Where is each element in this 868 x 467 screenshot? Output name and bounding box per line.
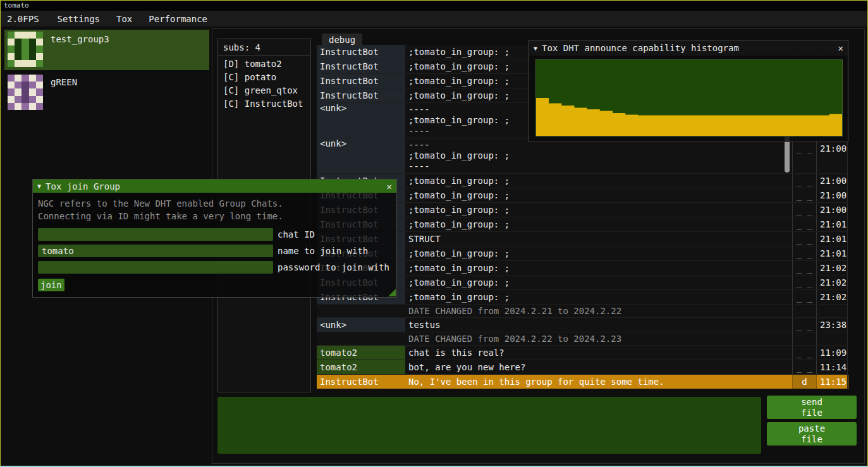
message-time: 21:00 [817, 203, 848, 217]
message-time: 21:02 [817, 261, 848, 275]
send-file-button[interactable]: send file [767, 396, 857, 419]
close-icon[interactable]: ✕ [838, 43, 843, 53]
message-author: InstructBot [317, 45, 405, 59]
histogram-svg [536, 60, 842, 136]
menu-item-performance[interactable]: Performance [140, 14, 216, 24]
group-name: test_group3 [51, 34, 109, 44]
message-time: 23:38 [817, 318, 848, 332]
chat-message-row[interactable]: tomato2bot, are you new here?_ _11:14 [317, 360, 848, 375]
message-author [317, 305, 405, 317]
group-name: gREEN [51, 77, 77, 87]
menu-item-tox[interactable]: Tox [108, 14, 140, 24]
fps-counter: 2.0FPS [1, 14, 49, 24]
join-group-window: ▼ Tox join Group ✕ NGC refers to the New… [32, 179, 397, 298]
message-time: 21:02 [817, 290, 848, 304]
message-flags: _ _ [793, 346, 817, 360]
group-item-test-group3[interactable]: test_group3 [4, 30, 209, 70]
name-to-join-with-input[interactable]: tomato [38, 245, 273, 257]
group-avatar-icon [8, 75, 43, 110]
paste-file-button[interactable]: paste file [767, 422, 857, 446]
date-changed-row: DATE CHANGED from 2024.2.21 to 2024.2.22 [317, 305, 848, 318]
message-text: chat is this real? [405, 346, 793, 360]
join-group-window-title: Tox join Group [46, 181, 120, 191]
join-button[interactable]: join [38, 279, 64, 291]
chat-message-row[interactable]: <unk>testus_ _23:38 [317, 318, 848, 332]
join-info-line-1: NGC refers to the New DHT enabled Group … [33, 193, 396, 210]
message-flags: _ _ [793, 174, 817, 188]
subs-header: subs: 4 [218, 39, 310, 56]
input-label: chat ID [278, 229, 315, 240]
message-flags: _ _ [793, 318, 817, 332]
message-author: InstructBot [317, 59, 405, 73]
message-text: ;tomato_in_group: ; [405, 188, 793, 202]
message-time [817, 332, 848, 345]
message-flags: _ _ [793, 261, 817, 275]
resize-grip[interactable] [388, 289, 396, 296]
message-author [317, 332, 405, 345]
join-info-line-2: Connecting via ID might take a very long… [33, 210, 396, 222]
group-list: test_group3gREEN [4, 30, 209, 116]
message-time: 11:14 [817, 360, 848, 374]
chat-message-row[interactable]: InstructBotNo, I've been in this group f… [317, 375, 848, 389]
message-text: ;tomato_in_group: ; [405, 261, 793, 275]
subs-item[interactable]: [C] green_qtox [218, 84, 310, 97]
menu-bar: 2.0FPS Settings Tox Performance [1, 11, 867, 27]
message-time [817, 305, 848, 317]
message-time: 21:01 [817, 246, 848, 260]
message-time: 21:00 [817, 174, 848, 188]
dht-histogram-plot [535, 59, 843, 136]
chat-message-row[interactable]: tomato2chat is this real?_ _11:09 [317, 346, 848, 360]
window-titlebar[interactable]: tomato [1, 1, 867, 11]
window-title: tomato [4, 1, 29, 9]
message-author: <unk> [317, 138, 405, 173]
close-icon[interactable]: ✕ [387, 181, 392, 191]
message-flags: _ _ [793, 217, 817, 231]
menu-item-settings[interactable]: Settings [49, 14, 108, 24]
message-text: STRUCT [405, 232, 793, 246]
message-flags: _ _ [793, 188, 817, 202]
message-flags: d [793, 375, 817, 389]
message-text: ;tomato_in_group: ; [405, 217, 793, 231]
message-text: ;tomato_in_group: ; [405, 290, 793, 304]
date-changed-text: DATE CHANGED from 2024.2.22 to 2024.2.23 [405, 332, 793, 345]
collapse-arrow-icon[interactable]: ▼ [534, 45, 537, 52]
subs-list: [D] tomato2[C] potato[C] green_qtox[C] I… [218, 56, 310, 111]
message-flags: _ _ [793, 360, 817, 374]
message-text: testus [405, 318, 793, 332]
join-field-row: tomatoname to join with [38, 243, 396, 259]
subs-item[interactable]: [C] potato [218, 71, 310, 84]
date-changed-text: DATE CHANGED from 2024.2.21 to 2024.2.22 [405, 305, 793, 317]
group-item-green[interactable]: gREEN [4, 73, 209, 113]
message-flags [793, 332, 817, 345]
message-author: InstructBot [317, 74, 405, 88]
message-flags: _ _ [793, 138, 817, 173]
join-group-window-titlebar[interactable]: ▼ Tox join Group ✕ [33, 179, 396, 193]
message-flags: _ _ [793, 232, 817, 246]
chat-id-input[interactable] [38, 228, 273, 241]
message-flags [793, 305, 817, 317]
message-time: 11:09 [817, 346, 848, 360]
dht-histogram-window-titlebar[interactable]: ▼ Tox DHT announce capability histogram … [529, 40, 848, 56]
dht-histogram-window-title: Tox DHT announce capability histogram [542, 43, 739, 53]
message-author: tomato2 [317, 360, 405, 374]
chat-message-row[interactable]: <unk>---- ;tomato_in_group: ; ----_ _21:… [317, 138, 848, 174]
message-text: ;tomato_in_group: ; [405, 276, 793, 289]
message-author: InstructBot [317, 375, 405, 389]
message-flags: _ _ [793, 290, 817, 304]
input-label: password to join with [278, 262, 389, 272]
subs-item[interactable]: [C] InstructBot [218, 97, 310, 111]
collapse-arrow-icon[interactable]: ▼ [37, 183, 41, 190]
app-window: tomato 2.0FPS Settings Tox Performance t… [0, 0, 868, 467]
message-flags: _ _ [793, 203, 817, 217]
message-input[interactable] [217, 397, 761, 454]
message-author: tomato2 [317, 346, 405, 360]
message-text: ;tomato_in_group: ; [405, 174, 793, 188]
message-text: bot, are you new here? [405, 360, 793, 374]
group-avatar-icon [8, 32, 43, 67]
message-author: <unk> [317, 103, 405, 138]
password-to-join-with-input[interactable] [38, 261, 273, 274]
message-text: ;tomato_in_group: ; [405, 203, 793, 217]
message-time: 21:01 [817, 232, 848, 246]
message-text: ;tomato_in_group: ; [405, 246, 793, 260]
subs-item[interactable]: [D] tomato2 [218, 58, 310, 71]
